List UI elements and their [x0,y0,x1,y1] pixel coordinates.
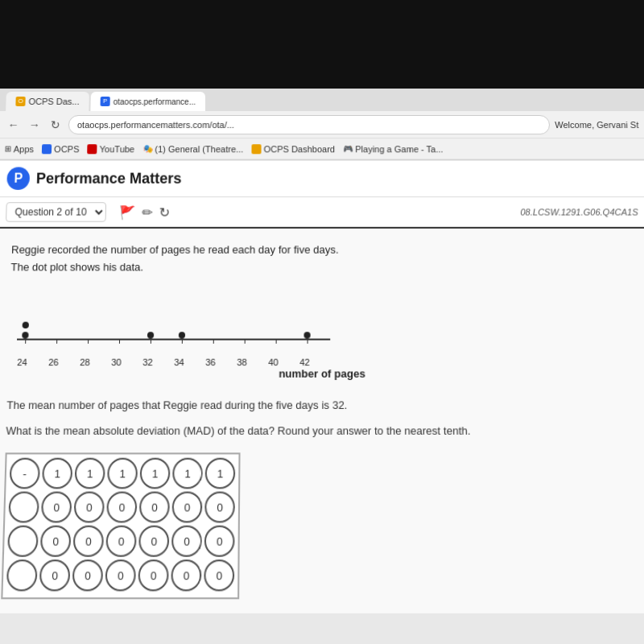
pencil-icon[interactable]: ✏ [142,204,152,220]
forward-button[interactable]: → [26,117,43,133]
tab-favicon-pm: P [100,97,109,106]
grid-cell-4-6[interactable]: 0 [204,559,234,591]
question-intro: Reggie recorded the number of pages he r… [10,242,634,276]
tick-36 [213,338,214,343]
tick-26 [56,338,57,343]
grid-cell-3-3[interactable]: 0 [105,526,136,557]
tick-30 [119,338,120,343]
welcome-text: Welcome, Gervani St [555,120,638,130]
bookmark-apps[interactable]: ⊞ Apps [5,144,35,154]
reload-button[interactable]: ↻ [47,117,64,133]
grid-cell-empty-4[interactable] [6,559,38,591]
tick-40 [276,338,277,343]
label-36: 36 [200,357,221,367]
tab-label-ocps: OCPS Das... [28,97,79,106]
tick-42 [308,338,308,343]
pm-header: P Performance Matters [0,160,644,197]
question-id: 08.LCSW.1291.G06.Q4CA1S [520,207,638,217]
grid-row-4: 0 0 0 0 0 0 [6,559,234,591]
grid-cell-4-2[interactable]: 0 [72,559,104,591]
dot-24-1 [22,332,28,338]
dot-plot-container: 24 26 28 30 32 34 36 38 40 42 number of … [7,288,636,380]
label-26: 26 [43,357,64,367]
grid-cell-4-5[interactable]: 0 [171,559,201,591]
refresh-icon[interactable]: ↻ [159,204,169,220]
grid-cell-4-3[interactable]: 0 [105,559,136,591]
grid-cell-2-5[interactable]: 0 [171,492,202,523]
url-bar[interactable] [68,115,551,134]
grid-cell-2-4[interactable]: 0 [139,492,170,523]
bookmark-general[interactable]: 🎭 (1) General (Theatre... [142,144,243,154]
bookmark-ocps[interactable]: OCPS [42,144,80,154]
grid-cell-1-4[interactable]: 1 [140,458,171,489]
grid-cell-4-1[interactable]: 0 [39,559,71,591]
pm-logo: P [6,167,30,189]
nav-bar: ← → ↻ Welcome, Gervani St [0,111,644,138]
grid-row-2: 0 0 0 0 0 0 [8,492,235,523]
question-bar: Question 2 of 10 🚩 ✏ ↻ 08.LCSW.1291.G06.… [0,197,644,229]
grid-cell-1-2[interactable]: 1 [75,458,105,489]
grid-cell-3-5[interactable]: 0 [171,526,202,557]
label-34: 34 [168,357,190,367]
grid-cell-3-4[interactable]: 0 [138,526,169,557]
flag-icon[interactable]: 🚩 [119,204,136,220]
dot-plot-xlabel: number of pages [16,367,629,380]
dot-24-2 [23,321,29,328]
grid-cell-3-2[interactable]: 0 [73,526,104,557]
label-42: 42 [294,357,316,367]
dot-plot: 24 26 28 30 32 34 36 38 40 42 [16,296,330,364]
label-28: 28 [74,357,96,367]
pm-title: Performance Matters [36,170,182,187]
tick-38 [245,338,246,343]
back-button[interactable]: ← [5,117,22,133]
question-select[interactable]: Question 2 of 10 [6,202,106,222]
grid-cell-3-1[interactable]: 0 [40,526,72,557]
grid-row-3: 0 0 0 0 0 0 [7,526,235,557]
label-40: 40 [262,357,284,367]
grid-cell-1-1[interactable]: 1 [42,458,72,489]
question-body: Reggie recorded the number of pages he r… [0,229,644,613]
bookmark-game[interactable]: 🎮 Playing a Game - Ta... [343,144,443,154]
grid-cell-1-5[interactable]: 1 [172,458,203,489]
bookmark-youtube[interactable]: YouTube [87,144,134,154]
bookmark-dashboard[interactable]: OCPS Dashboard [251,144,335,154]
grid-cell-2-6[interactable]: 0 [204,492,235,523]
tick-28 [88,338,89,343]
dot-34 [179,332,185,338]
grid-cell-1-3[interactable]: 1 [107,458,138,489]
tab-pm[interactable]: P otaocps.performance... [90,92,205,111]
mean-text: The mean number of pages that Reggie rea… [6,397,638,415]
tab-label-pm: otaocps.performance... [114,97,196,105]
toolbar-icons: 🚩 ✏ ↻ [119,204,170,220]
tab-bar: O OCPS Das... P otaocps.performance... [0,89,644,111]
dot-42 [303,332,310,338]
grid-cell-2-1[interactable]: 0 [41,492,72,523]
grid-row-1: - 1 1 1 1 1 1 [10,458,236,489]
grid-cell-1-6[interactable]: 1 [205,458,236,489]
tab-favicon-ocps: O [15,97,25,106]
label-30: 30 [105,357,127,367]
tick-32 [151,338,151,343]
grid-cell-empty-2[interactable] [8,492,39,523]
label-32: 32 [137,357,159,367]
tick-34 [182,338,183,343]
label-38: 38 [231,357,253,367]
answer-grid: - 1 1 1 1 1 1 0 0 0 0 0 0 [1,452,240,599]
tab-ocps[interactable]: O OCPS Das... [6,92,89,111]
grid-cell-2-2[interactable]: 0 [74,492,105,523]
label-24: 24 [11,357,33,367]
grid-cell-empty-3[interactable] [7,526,39,557]
grid-cell-3-6[interactable]: 0 [204,526,235,557]
grid-cell-4-4[interactable]: 0 [138,559,168,591]
mad-question: What is the mean absolute deviation (MAD… [6,423,638,440]
dot-32 [147,332,154,338]
grid-cell-2-3[interactable]: 0 [106,492,137,523]
grid-cell-minus[interactable]: - [10,458,40,489]
tick-24 [25,338,26,343]
bookmarks-bar: ⊞ Apps OCPS YouTube 🎭 (1) General (Theat… [0,138,644,159]
dot-plot-axis [17,338,330,340]
